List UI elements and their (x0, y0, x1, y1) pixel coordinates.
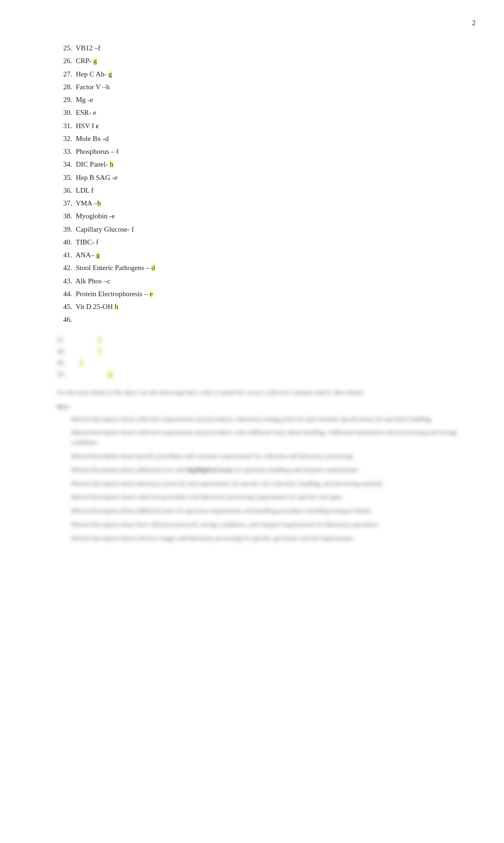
item-suffix: g (93, 57, 97, 65)
blurred-item-49: 49. f (57, 358, 466, 368)
item-text: VMA –h (75, 199, 101, 207)
item-suffix: c (96, 122, 99, 130)
list-item: 40. TIBC- f (57, 237, 466, 248)
list-item: 27. Hep C Ab- g (57, 69, 466, 80)
list-item: 44. Protein Electrophoresis – e (57, 289, 466, 300)
item-suffix: g (96, 251, 100, 259)
list-item: 39. Capillary Glucose- f (57, 224, 466, 235)
item-text: Protein Electrophoresis – e (76, 290, 153, 298)
bottom-instructions-paragraph: For the items listed on this sheet, use … (57, 388, 466, 397)
item-text: HSV I c (76, 122, 99, 130)
blurred-item-50: 50. g (57, 369, 466, 379)
item-suffix: d (105, 135, 109, 142)
list-item: 46. (57, 314, 466, 325)
item-text: CRP- g (76, 57, 97, 65)
key-item-2: Blurred description about collection req… (71, 428, 466, 448)
item-suffix: f (131, 225, 134, 233)
item-number: 36. (57, 185, 72, 196)
main-list: 25. VB12 –f 26. CRP- g 27. Hep C Ab- g 2… (57, 43, 466, 326)
item-suffix: f (98, 44, 101, 52)
item-number: 46. (57, 314, 72, 325)
item-number: 29. (57, 94, 72, 105)
page-number: 2 (472, 19, 476, 27)
key-item-3: Blurred description about specific proce… (71, 451, 466, 461)
item-suffix: c (107, 277, 111, 285)
item-number: 33. (57, 146, 72, 157)
item-text: Factor V –h (76, 83, 110, 91)
item-number: 39. (57, 224, 72, 235)
list-item: 43. Alk Phos –c (57, 276, 466, 287)
item-suffix: f (116, 148, 119, 155)
list-item: 36. LDL f (57, 185, 466, 196)
item-text: LDL f (76, 187, 93, 194)
list-item: 31. HSV I c (57, 121, 466, 131)
item-text: Capillary Glucose- f (76, 225, 134, 233)
item-number: 25. (57, 43, 72, 54)
key-item-7: Blurred description about additional not… (71, 506, 466, 516)
item-number: 37. (57, 198, 72, 209)
key-label: Key: (57, 403, 466, 411)
key-item-9: Blurred description about reference rang… (71, 534, 466, 543)
blurred-items-section: 47. f 48. f 49. f 50. g (57, 335, 466, 379)
item-number: 31. (57, 121, 72, 131)
item-text: Mole Bx -d (76, 135, 109, 142)
item-number: 35. (57, 172, 72, 183)
item-suffix: h (115, 303, 119, 310)
item-number: 32. (57, 133, 72, 144)
list-item: 38. Myoglobin -e (57, 211, 466, 222)
item-text: Stool Enteric Pathogens – d (76, 264, 155, 272)
item-suffix: f (91, 187, 93, 194)
item-number: 30. (57, 107, 72, 118)
item-text: ESR- e (76, 109, 96, 116)
item-suffix: e (90, 96, 93, 103)
item-suffix: e (112, 212, 115, 220)
answer-key-list: Blurred description about collection req… (57, 414, 466, 543)
list-item: 41. ANA– g (57, 250, 466, 261)
item-text: Mg -e (76, 96, 93, 103)
key-item-6: Blurred description about collection pro… (71, 492, 466, 502)
item-suffix: g (109, 70, 112, 78)
item-text: DIC Panel- h (76, 160, 113, 168)
item-number: 38. (57, 211, 72, 222)
key-item-4: Blurred description about additional tes… (71, 465, 466, 475)
item-suffix: d (151, 264, 155, 272)
item-text: VB12 –f (75, 44, 100, 52)
item-number: 45. (57, 301, 72, 312)
item-text: Phosphorus – f (76, 148, 119, 155)
item-suffix: h (106, 83, 110, 91)
list-item: 28. Factor V –h (57, 82, 466, 93)
item-number: 41. (57, 250, 72, 261)
item-suffix: h (97, 199, 101, 207)
item-suffix: e (93, 109, 96, 116)
item-suffix: e (114, 174, 118, 181)
key-item-1: Blurred description about collection req… (71, 414, 466, 424)
list-item: 32. Mole Bx -d (57, 133, 466, 144)
item-number: 40. (57, 237, 72, 248)
item-suffix: e (149, 290, 153, 298)
list-item: 30. ESR- e (57, 107, 466, 118)
list-item-42: 42. Stool Enteric Pathogens – d (57, 262, 466, 273)
main-content: 25. VB12 –f 26. CRP- g 27. Hep C Ab- g 2… (0, 0, 504, 543)
item-suffix: h (110, 160, 113, 168)
item-text: Alk Phos –c (75, 277, 110, 285)
list-item: 35. Hep B SAG -e (57, 172, 466, 183)
item-number: 27. (57, 69, 72, 80)
item-number: 42. (57, 262, 72, 273)
blurred-item-47: 47. f (57, 335, 466, 345)
item-text: Hep C Ab- g (76, 70, 112, 78)
list-item: 45. Vit D 25-OH h (57, 301, 466, 312)
item-suffix: f (96, 238, 98, 246)
list-item: 26. CRP- g (57, 56, 466, 66)
list-item: 37. VMA –h (57, 198, 466, 209)
item-number: 44. (57, 289, 72, 300)
item-number: 26. (57, 56, 72, 66)
item-number: 34. (57, 159, 72, 170)
item-number: 28. (57, 82, 72, 93)
item-text: Vit D 25-OH h (75, 303, 118, 310)
item-text: Hep B SAG -e (76, 174, 118, 181)
list-item: 34. DIC Panel- h (57, 159, 466, 170)
item-text: TIBC- f (75, 238, 98, 246)
blurred-item-48: 48. f (57, 347, 466, 356)
section-divider: For the items listed on this sheet, use … (57, 388, 466, 397)
item-text: ANA– g (75, 251, 100, 259)
